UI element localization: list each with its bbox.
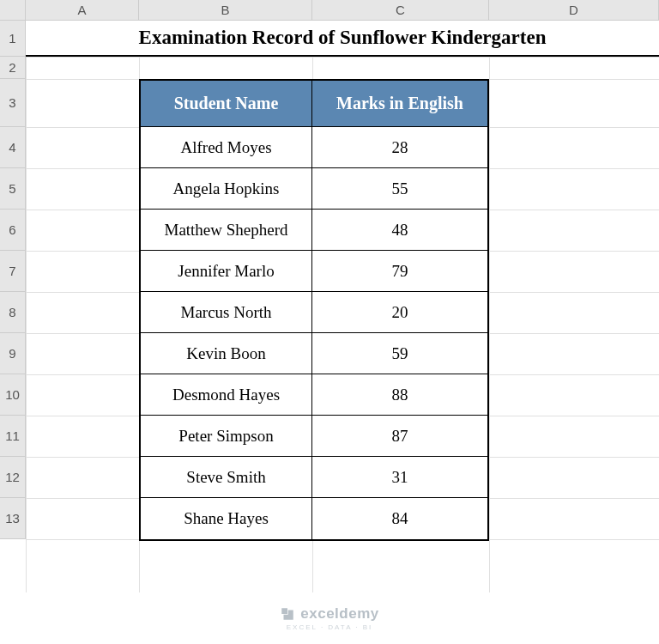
row-head-5[interactable]: 5	[0, 168, 26, 210]
row-head-12[interactable]: 12	[0, 457, 26, 498]
gridline	[26, 21, 27, 592]
cell-marks[interactable]: 28	[312, 127, 487, 168]
row-headers: 12345678910111213	[0, 21, 26, 539]
cell-student-name[interactable]: Marcus North	[141, 292, 312, 333]
row-head-4[interactable]: 4	[0, 127, 26, 168]
table-row: Kevin Boon59	[141, 333, 487, 374]
cell-marks[interactable]: 88	[312, 374, 487, 416]
row-head-8[interactable]: 8	[0, 292, 26, 333]
table-row: Alfred Moyes28	[141, 127, 487, 168]
watermark: exceldemy	[0, 605, 659, 623]
col-head-B[interactable]: B	[139, 0, 312, 21]
cell-marks[interactable]: 55	[312, 168, 487, 210]
select-all-corner[interactable]	[0, 0, 26, 21]
row-head-9[interactable]: 9	[0, 333, 26, 374]
header-marks[interactable]: Marks in English	[312, 81, 487, 127]
gridline	[489, 21, 490, 592]
cell-student-name[interactable]: Peter Simpson	[141, 416, 312, 457]
cell-student-name[interactable]: Angela Hopkins	[141, 168, 312, 210]
table-row: Marcus North20	[141, 292, 487, 333]
cell-student-name[interactable]: Shane Hayes	[141, 498, 312, 539]
row-head-2[interactable]: 2	[0, 57, 26, 79]
cell-student-name[interactable]: Kevin Boon	[141, 333, 312, 374]
cell-student-name[interactable]: Steve Smith	[141, 457, 312, 498]
column-headers: ABCD	[26, 0, 659, 21]
cell-marks[interactable]: 84	[312, 498, 487, 539]
table-header-row: Student NameMarks in English	[141, 81, 487, 127]
logo-icon	[280, 606, 295, 622]
spreadsheet-area: ABCD 12345678910111213 Examination Recor…	[0, 0, 659, 592]
row-head-6[interactable]: 6	[0, 210, 26, 251]
cell-student-name[interactable]: Matthew Shepherd	[141, 210, 312, 251]
cell-student-name[interactable]: Desmond Hayes	[141, 374, 312, 416]
cell-marks[interactable]: 20	[312, 292, 487, 333]
cell-student-name[interactable]: Jennifer Marlo	[141, 251, 312, 292]
table-row: Steve Smith31	[141, 457, 487, 498]
header-student-name[interactable]: Student Name	[141, 81, 312, 127]
table-row: Jennifer Marlo79	[141, 251, 487, 292]
watermark-text: exceldemy	[300, 605, 378, 623]
gridline	[26, 57, 659, 58]
cell-marks[interactable]: 31	[312, 457, 487, 498]
cell-marks[interactable]: 87	[312, 416, 487, 457]
row-head-3[interactable]: 3	[0, 79, 26, 127]
cell-student-name[interactable]: Alfred Moyes	[141, 127, 312, 168]
sheet-title[interactable]: Examination Record of Sunflower Kinderga…	[26, 21, 659, 57]
table-row: Angela Hopkins55	[141, 168, 487, 210]
cell-marks[interactable]: 48	[312, 210, 487, 251]
row-head-11[interactable]: 11	[0, 416, 26, 457]
table-row: Shane Hayes84	[141, 498, 487, 539]
table-row: Desmond Hayes88	[141, 374, 487, 416]
data-table: Student NameMarks in EnglishAlfred Moyes…	[139, 79, 489, 541]
row-head-13[interactable]: 13	[0, 498, 26, 539]
row-head-1[interactable]: 1	[0, 21, 26, 57]
row-head-10[interactable]: 10	[0, 374, 26, 416]
col-head-D[interactable]: D	[489, 0, 659, 21]
row-head-7[interactable]: 7	[0, 251, 26, 292]
watermark-subtitle: EXCEL · DATA · BI	[0, 623, 659, 631]
col-head-C[interactable]: C	[312, 0, 489, 21]
table-row: Peter Simpson87	[141, 416, 487, 457]
table-row: Matthew Shepherd48	[141, 210, 487, 251]
cell-marks[interactable]: 59	[312, 333, 487, 374]
sheet-title-text: Examination Record of Sunflower Kinderga…	[139, 27, 547, 49]
col-head-A[interactable]: A	[26, 0, 139, 21]
cell-marks[interactable]: 79	[312, 251, 487, 292]
